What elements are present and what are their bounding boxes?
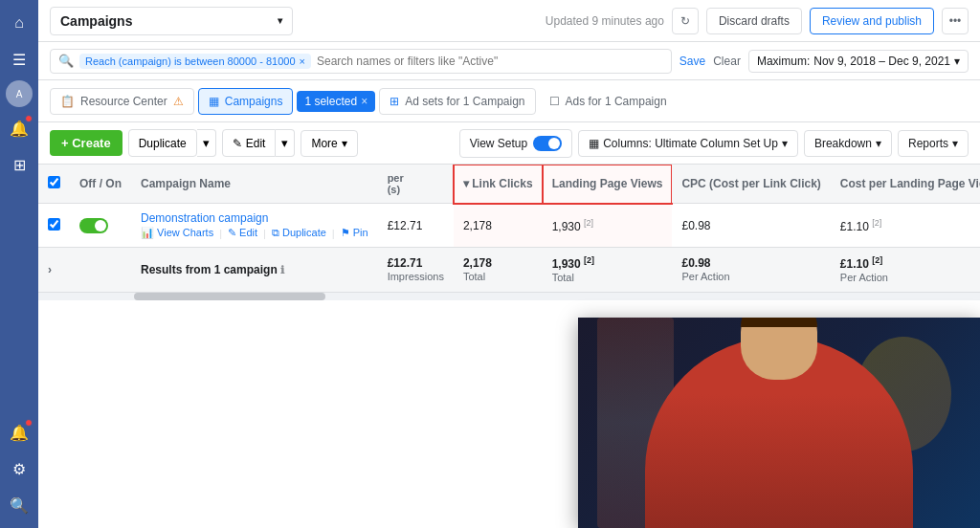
tab-campaigns[interactable]: ▦ Campaigns [198,88,294,115]
total-landing-cell: 1,930 [2]Total [543,248,673,293]
tab-selected-badge[interactable]: 1 selected × [297,91,375,112]
filter-bar: 🔍 Reach (campaign) is between 80000 - 81… [38,42,980,80]
campaigns-icon: ▦ [209,95,219,108]
scroll-thumb[interactable] [134,293,325,300]
date-range-picker[interactable]: Maximum: Nov 9, 2018 – Dec 9, 2021 ▾ [748,50,969,73]
tab-adsets[interactable]: ⊞ Ad sets for 1 Campaign [379,88,535,115]
total-cost-landing-cell: £1.10 [2]Per Action [831,248,980,293]
campaign-toggle[interactable] [79,218,108,233]
alert-icon[interactable]: 🔔 [4,417,34,448]
per-cell: £12.71 [378,204,454,248]
create-button[interactable]: + Create [50,130,122,156]
row-actions: 📊 View Charts | ✎ Edit | ⧉ Duplicate | ⚑… [141,227,368,239]
date-range-value: Nov 9, 2018 – Dec 9, 2021 [813,55,950,68]
review-publish-button[interactable]: Review and publish [810,8,934,34]
app-container: ⌂ ☰ A 🔔 ⊞ 🔔 ⚙ 🔍 Campaigns ▾ Updated 9 mi… [0,0,980,528]
tab-adsets-label: Ad sets for 1 Campaign [405,95,524,108]
alert-badge [25,419,33,427]
view-charts-action[interactable]: 📊 View Charts [141,227,213,239]
bell-icon[interactable]: 🔔 [4,113,34,143]
breakdown-label: Breakdown [814,137,872,150]
menu-icon[interactable]: ☰ [4,44,34,75]
person-head [741,318,817,380]
campaign-name-cell: Demonstration campaign 📊 View Charts | ✎… [131,204,378,248]
filter-remove-icon[interactable]: × [300,55,305,67]
landing-page-views-header: Landing Page Views [543,165,673,204]
deselect-icon[interactable]: × [361,95,368,108]
view-setup-label: View Setup [470,137,528,150]
video-person [578,318,980,528]
total-row: › Results from 1 campaign ℹ £12.71Impres… [38,248,980,293]
updated-text: Updated 9 minutes ago [546,14,664,28]
columns-chevron-icon: ▾ [782,137,788,150]
campaigns-input[interactable] [138,13,272,29]
total-expand-cell[interactable]: › [38,248,70,293]
notification-badge [25,115,33,122]
filter-search-input[interactable] [317,55,663,68]
resource-icon: 📋 [60,95,75,108]
campaigns-dropdown[interactable]: Campaigns ▾ [50,7,293,35]
select-all-header[interactable] [38,165,70,204]
row-toggle-cell [70,204,131,248]
edit-action[interactable]: ✎ Edit [228,227,257,239]
home-icon[interactable]: ⌂ [4,8,34,38]
breakdown-button[interactable]: Breakdown ▾ [804,130,892,157]
row-checkbox[interactable] [48,218,60,231]
separator: | [332,227,335,239]
cost-landing-header: Cost per Landing Page View [831,165,980,204]
column-icon: ▦ [589,137,599,150]
columns-label: Columns: Ultimate Column Set Up [603,137,778,150]
filter-input-wrap: 🔍 Reach (campaign) is between 80000 - 81… [50,49,672,74]
edit-button[interactable]: ✎ Edit [222,129,277,157]
person-hair [741,318,817,327]
more-button[interactable]: More ▾ [301,130,357,157]
pin-action[interactable]: ⚑ Pin [341,227,368,239]
horizontal-scrollbar[interactable] [38,293,980,300]
more-label: More [311,137,337,150]
columns-button[interactable]: ▦ Columns: Ultimate Column Set Up ▾ [578,130,798,157]
row-checkbox-cell[interactable] [38,204,70,248]
filter-tag[interactable]: Reach (campaign) is between 80000 - 8100… [79,54,311,69]
landing-page-views-cell: 1,930 [2] [543,204,673,248]
discard-drafts-button[interactable]: Discard drafts [706,8,802,34]
link-clicks-header: ▾ Link Clicks [454,165,543,204]
duplicate-button-group: Duplicate ▾ [128,129,216,157]
link-clicks-cell: 2,178 [454,204,543,248]
campaign-name-link[interactable]: Demonstration campaign [141,211,268,225]
edit-button-group: ✎ Edit ▾ [222,129,296,157]
select-all-checkbox[interactable] [48,176,60,188]
grid-icon[interactable]: ⊞ [4,149,34,180]
date-chevron-icon: ▾ [954,55,960,68]
view-setup-button[interactable]: View Setup [459,129,573,158]
more-chevron-icon: ▾ [342,137,347,150]
total-toggle-cell [70,248,131,293]
warning-icon: ⚠ [173,95,184,108]
filter-tag-text: Reach (campaign) is between 80000 - 8100… [85,55,296,67]
separator: | [263,227,266,239]
refresh-button[interactable]: ↻ [672,8,699,34]
avatar[interactable]: A [6,80,33,107]
filter-search-icon: 🔍 [58,54,74,68]
view-setup-toggle[interactable] [533,136,562,151]
search-icon-sidebar[interactable]: 🔍 [4,490,34,520]
left-sidebar: ⌂ ☰ A 🔔 ⊞ 🔔 ⚙ 🔍 [0,0,38,528]
tab-resource-center[interactable]: 📋 Resource Center ⚠ [50,88,194,115]
expand-icon[interactable]: › [48,263,52,276]
duplicate-dropdown-arrow[interactable]: ▾ [197,129,216,157]
tab-bar: 📋 Resource Center ⚠ ▦ Campaigns 1 select… [38,80,980,122]
video-overlay [578,318,980,528]
clear-filter-button[interactable]: Clear [713,55,741,68]
reports-button[interactable]: Reports ▾ [898,130,969,157]
cpc-cell: £0.98 [672,204,830,248]
save-filter-button[interactable]: Save [679,55,705,68]
duplicate-action[interactable]: ⧉ Duplicate [272,227,326,239]
adsets-icon: ⊞ [390,95,399,108]
gear-icon[interactable]: ⚙ [4,453,34,484]
separator: | [219,227,222,239]
edit-dropdown-arrow[interactable]: ▾ [276,129,295,157]
duplicate-button[interactable]: Duplicate [128,129,197,157]
total-per-cell: £12.71Impressions [378,248,454,293]
tab-resource-label: Resource Center [80,95,167,108]
more-options-button[interactable]: ••• [942,8,969,34]
tab-ads[interactable]: ☐ Ads for 1 Campaign [540,89,677,114]
